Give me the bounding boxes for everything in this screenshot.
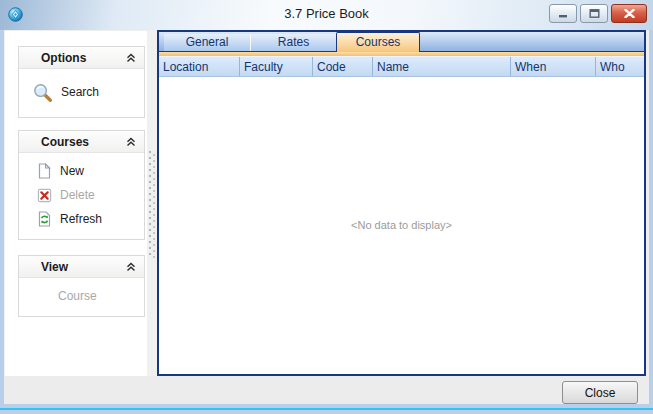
options-group-header[interactable]: Options bbox=[19, 47, 144, 69]
main-panel: General Rates Courses Location Faculty C… bbox=[157, 30, 646, 376]
sidebar-item-search[interactable]: Search bbox=[19, 75, 144, 109]
courses-group-title: Courses bbox=[41, 135, 89, 149]
sidebar-item-label: New bbox=[60, 164, 84, 178]
bottom-accent-line bbox=[0, 408, 653, 410]
options-group-title: Options bbox=[41, 51, 86, 65]
close-button[interactable]: Close bbox=[562, 381, 638, 404]
table-header-row: Location Faculty Code Name When Who bbox=[159, 56, 644, 77]
sidebar-item-delete[interactable]: Delete bbox=[19, 183, 144, 207]
column-header-faculty[interactable]: Faculty bbox=[240, 57, 313, 76]
column-header-name[interactable]: Name bbox=[373, 57, 511, 76]
column-header-location[interactable]: Location bbox=[159, 57, 240, 76]
table-body: <No data to display> bbox=[159, 77, 644, 374]
tab-rates[interactable]: Rates bbox=[250, 34, 336, 51]
sidebar-item-label: Course bbox=[58, 289, 97, 303]
tab-strip: General Rates Courses bbox=[159, 32, 644, 52]
tab-general[interactable]: General bbox=[164, 34, 250, 51]
maximize-button[interactable] bbox=[580, 4, 608, 23]
sidebar-item-label: Refresh bbox=[60, 212, 102, 226]
price-book-window: 3.7 Price Book bbox=[0, 0, 653, 414]
empty-data-message: <No data to display> bbox=[159, 219, 644, 231]
window-bottom-border bbox=[0, 404, 653, 414]
maximize-icon bbox=[589, 9, 600, 18]
options-group: Options Search bbox=[18, 46, 145, 118]
courses-group: Courses New bbox=[18, 130, 145, 240]
search-icon bbox=[32, 82, 53, 103]
close-window-button[interactable] bbox=[611, 4, 647, 23]
sidebar-splitter[interactable] bbox=[147, 31, 157, 376]
window-controls bbox=[546, 4, 647, 23]
sidebar: Options Search bbox=[5, 31, 147, 376]
sidebar-item-refresh[interactable]: Refresh bbox=[19, 207, 144, 231]
sidebar-item-label: Delete bbox=[60, 188, 95, 202]
minimize-button[interactable] bbox=[549, 4, 577, 23]
close-icon bbox=[624, 9, 635, 18]
sidebar-item-new[interactable]: New bbox=[19, 159, 144, 183]
view-group-title: View bbox=[41, 260, 68, 274]
options-group-items: Search bbox=[19, 69, 144, 117]
delete-icon bbox=[37, 188, 52, 203]
collapse-chevron-icon[interactable] bbox=[126, 137, 136, 147]
view-group: View Course bbox=[18, 255, 145, 317]
collapse-chevron-icon[interactable] bbox=[126, 53, 136, 63]
title-bar: 3.7 Price Book bbox=[0, 0, 653, 30]
refresh-icon bbox=[37, 211, 52, 227]
tab-courses[interactable]: Courses bbox=[336, 32, 420, 52]
column-header-who[interactable]: Who bbox=[596, 57, 644, 76]
sidebar-item-label: Search bbox=[61, 85, 99, 99]
footer-bar: Close bbox=[4, 376, 649, 404]
splitter-grip-icon bbox=[149, 151, 155, 259]
sidebar-item-course[interactable]: Course bbox=[19, 284, 144, 308]
courses-group-header[interactable]: Courses bbox=[19, 131, 144, 153]
collapse-chevron-icon[interactable] bbox=[126, 262, 136, 272]
minimize-icon bbox=[558, 9, 568, 18]
view-group-header[interactable]: View bbox=[19, 256, 144, 278]
column-header-code[interactable]: Code bbox=[313, 57, 373, 76]
view-group-items: Course bbox=[19, 278, 144, 316]
courses-group-items: New Delete bbox=[19, 153, 144, 239]
column-header-when[interactable]: When bbox=[511, 57, 596, 76]
new-document-icon bbox=[37, 163, 52, 179]
